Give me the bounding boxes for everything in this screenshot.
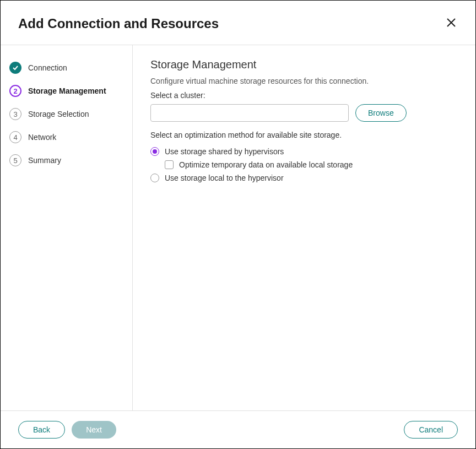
radio-label: Use storage shared by hypervisors: [165, 147, 284, 156]
dialog-add-connection-resources: Add Connection and Resources Connection …: [0, 0, 476, 449]
footer-left: Back Next: [18, 421, 116, 439]
cluster-row: Browse: [150, 104, 458, 122]
step-number: 4: [9, 131, 21, 143]
optimization-label: Select an optimization method for availa…: [150, 131, 458, 139]
cancel-button[interactable]: Cancel: [404, 421, 458, 439]
step-label: Connection: [28, 63, 67, 72]
checkbox-label: Optimize temporary data on available loc…: [179, 160, 353, 169]
step-storage-management[interactable]: 2 Storage Management: [9, 79, 123, 102]
main-panel: Storage Management Configure virtual mac…: [133, 45, 475, 410]
radio-icon[interactable]: [150, 174, 159, 182]
wizard-sidebar: Connection 2 Storage Management 3 Storag…: [1, 45, 133, 410]
step-number: 2: [9, 85, 21, 97]
cluster-label: Select a cluster:: [150, 91, 458, 100]
step-label: Storage Selection: [28, 110, 89, 118]
dialog-body: Connection 2 Storage Management 3 Storag…: [1, 45, 475, 411]
check-icon: [9, 62, 21, 74]
next-button[interactable]: Next: [72, 421, 116, 439]
dialog-footer: Back Next Cancel: [1, 411, 475, 448]
step-label: Storage Management: [28, 86, 106, 95]
close-icon[interactable]: [445, 16, 458, 29]
back-button[interactable]: Back: [18, 421, 65, 439]
radio-label: Use storage local to the hypervisor: [165, 174, 284, 182]
step-label: Network: [28, 133, 56, 142]
radio-icon[interactable]: [150, 147, 159, 156]
step-storage-selection[interactable]: 3 Storage Selection: [9, 102, 123, 126]
step-network[interactable]: 4 Network: [9, 126, 123, 149]
checkbox-optimize-temp[interactable]: Optimize temporary data on available loc…: [165, 158, 458, 171]
dialog-header: Add Connection and Resources: [1, 1, 475, 45]
step-label: Summary: [28, 156, 61, 165]
section-description: Configure virtual machine storage resour…: [150, 77, 458, 85]
section-title: Storage Management: [150, 58, 458, 71]
step-summary[interactable]: 5 Summary: [9, 149, 123, 172]
browse-button[interactable]: Browse: [355, 104, 407, 122]
checkbox-icon[interactable]: [165, 160, 174, 169]
step-connection[interactable]: Connection: [9, 56, 123, 79]
dialog-title: Add Connection and Resources: [18, 16, 219, 31]
step-number: 3: [9, 108, 21, 120]
cluster-input[interactable]: [150, 104, 349, 122]
step-number: 5: [9, 154, 21, 166]
radio-use-shared-storage[interactable]: Use storage shared by hypervisors: [150, 145, 458, 158]
radio-use-local-storage[interactable]: Use storage local to the hypervisor: [150, 171, 458, 185]
